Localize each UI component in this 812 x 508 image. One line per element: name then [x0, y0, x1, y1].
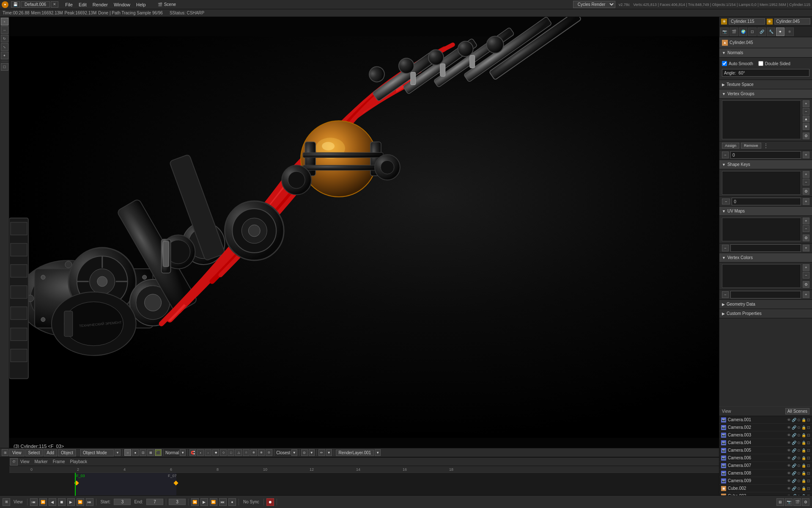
- shape-keys-list[interactable]: [722, 171, 801, 195]
- vertex-group-extra[interactable]: ⚙: [803, 133, 809, 139]
- tb-icon-10[interactable]: ⊙: [266, 449, 272, 456]
- viewport-icon[interactable]: ⊞: [2, 449, 8, 456]
- shape-key-add[interactable]: +: [803, 171, 809, 178]
- prop-icon-physics[interactable]: ⚛: [785, 28, 794, 36]
- tool-manipulate[interactable]: ☐: [1, 63, 8, 71]
- vc-remove[interactable]: −: [803, 272, 809, 279]
- timeline-body[interactable]: 0 2 4 6 8 10 12 14 16 18 F_03 F_07: [9, 466, 719, 496]
- prop-icon-constraints[interactable]: 🔗: [757, 28, 766, 36]
- start-frame-input[interactable]: [114, 499, 131, 505]
- save-button[interactable]: 💾: [11, 1, 20, 8]
- tool-cursor[interactable]: +: [1, 18, 8, 25]
- current-frame-input[interactable]: [169, 499, 186, 505]
- scene-item-cube002[interactable]: ▣ Cube.002 👁 🔗 ⊙ 🔒 ⊡: [719, 485, 812, 492]
- vertex-colors-list[interactable]: [722, 264, 801, 288]
- render-engine-selector[interactable]: Cycles Render: [573, 1, 615, 8]
- tool-rotate[interactable]: ↻: [1, 35, 8, 42]
- scene-item-camera006[interactable]: 📷 Camera.006 👁 🔗 ⊙ 🔒 ⊡: [719, 454, 812, 462]
- snap-btn[interactable]: 🧲: [189, 449, 196, 456]
- vertex-groups-section-header[interactable]: ▼ Vertex Groups: [719, 89, 812, 99]
- select-menu[interactable]: Select: [25, 449, 43, 456]
- mode-dropdown-icon[interactable]: ▼: [115, 449, 121, 456]
- vg-more[interactable]: ⋮: [763, 142, 769, 149]
- timeline-view-menu[interactable]: View: [18, 458, 32, 465]
- tool-translate[interactable]: ↔: [1, 26, 8, 34]
- pb-icon-3[interactable]: ▶: [200, 498, 208, 506]
- vertex-colors-section-header[interactable]: ▼ Vertex Colors: [719, 253, 812, 262]
- menu-window[interactable]: Window: [111, 1, 133, 8]
- prop-icon-scene[interactable]: 🎬: [730, 28, 738, 36]
- vertex-group-up[interactable]: ▲: [803, 116, 809, 122]
- double-sided-checkbox[interactable]: [758, 61, 763, 66]
- uv-value[interactable]: [730, 244, 801, 252]
- pb-jump-end[interactable]: ⏭: [86, 498, 93, 506]
- timeline-frame-menu[interactable]: Frame: [50, 458, 68, 465]
- scene-item-camera008[interactable]: 📷 Camera.008 👁 🔗 ⊙ 🔒 ⊡: [719, 469, 812, 477]
- timeline-marker-menu[interactable]: Marker: [32, 458, 50, 465]
- gpencil-mode[interactable]: ▼: [326, 449, 332, 456]
- tb-icon-3[interactable]: ◆: [212, 449, 219, 456]
- pb-play-reverse[interactable]: ◀: [49, 498, 56, 506]
- vp-btn-3[interactable]: ⊡: [140, 449, 146, 456]
- pb-icon-2[interactable]: ⏪: [191, 498, 199, 506]
- scene-item-camera007[interactable]: 📷 Camera.007 👁 🔗 ⊙ 🔒 ⊡: [719, 462, 812, 469]
- vc-plus[interactable]: +: [803, 291, 809, 298]
- end-frame-input[interactable]: [146, 499, 163, 505]
- prop-icon-world[interactable]: 🌍: [739, 28, 747, 36]
- scene-item-camera005[interactable]: 📷 Camera.005 👁 🔗 ⊙ 🔒 ⊡: [719, 447, 812, 454]
- vp-btn-2[interactable]: ●: [132, 449, 139, 456]
- tb-icon-6[interactable]: △: [235, 449, 242, 456]
- tb-icon-5[interactable]: □: [228, 449, 234, 456]
- pb-icon-4[interactable]: ⏩: [210, 498, 217, 506]
- vertex-group-down[interactable]: ▼: [803, 123, 809, 130]
- scene-item-camera009[interactable]: 📷 Camera.009 👁 🔗 ⊙ 🔒 ⊡: [719, 477, 812, 485]
- tb-icon-1[interactable]: ▪: [197, 449, 204, 456]
- prop-icon-modifiers[interactable]: 🔧: [767, 28, 775, 36]
- render-layer-selector[interactable]: RenderLayer.001: [336, 450, 374, 456]
- pb-prev-frame[interactable]: ⏪: [39, 498, 47, 506]
- scene-selector[interactable]: All Scenes: [785, 408, 809, 414]
- uv-maps-list[interactable]: [722, 218, 801, 241]
- render-layer-dropdown[interactable]: ▼: [375, 449, 381, 456]
- prop-icon-particles[interactable]: ✦: [776, 28, 785, 36]
- vg-btn-1[interactable]: Assign: [722, 143, 739, 149]
- gpencil-btn[interactable]: ✏: [318, 449, 325, 456]
- normal-dropdown[interactable]: ▼: [180, 449, 186, 456]
- scene-item-camera004[interactable]: 📷 Camera.004 👁 🔗 ⊙ 🔒 ⊡: [719, 439, 812, 447]
- normals-section-header[interactable]: ▼ Normals: [719, 48, 812, 58]
- pb-play[interactable]: ▶: [67, 498, 75, 506]
- timeline-playback-menu[interactable]: Playback: [68, 458, 90, 465]
- pb-right-4[interactable]: ⚙: [802, 498, 809, 506]
- viewport-3d[interactable]: ТЕХНИЧЕСКИЙ ЭРЕМЕНТ (3) Cylinder:115 <F_…: [9, 17, 719, 457]
- pb-stop[interactable]: ⏹: [58, 498, 66, 506]
- active-obj-2[interactable]: Cylinder.045: [774, 18, 811, 25]
- active-obj-1[interactable]: Cylinder.115: [729, 18, 765, 25]
- shape-key-remove[interactable]: −: [803, 179, 809, 185]
- custom-properties-section[interactable]: ▶ Custom Properties: [719, 309, 812, 318]
- draw-type-btn[interactable]: ○: [124, 449, 131, 456]
- tb-icon-9[interactable]: ⊗: [258, 449, 265, 456]
- view-menu[interactable]: View: [9, 449, 25, 456]
- tool-transform[interactable]: ✦: [1, 52, 8, 59]
- proportional-type[interactable]: ▼: [309, 449, 315, 456]
- vc-minus[interactable]: −: [722, 291, 729, 298]
- angle-field[interactable]: Angle: 60°: [722, 69, 809, 77]
- scene-item-cube003[interactable]: ▣ Cube.003 👁 🔗 ⊙ 🔒 ⊡: [719, 492, 812, 495]
- uv-map-remove[interactable]: −: [803, 225, 809, 232]
- tb-icon-4[interactable]: ◇: [220, 449, 227, 456]
- pb-jump-start[interactable]: ⏮: [30, 498, 38, 506]
- weight-add-btn[interactable]: +: [803, 152, 809, 158]
- uv-map-extra[interactable]: ⚙: [803, 235, 809, 241]
- vertex-group-add[interactable]: +: [803, 100, 809, 107]
- pb-right-2[interactable]: 📷: [785, 498, 793, 506]
- uv-map-add[interactable]: +: [803, 218, 809, 224]
- sk-btn-2[interactable]: +: [803, 198, 809, 205]
- pb-icon-5[interactable]: ⏭: [219, 498, 227, 506]
- vc-extra[interactable]: ⚙: [803, 281, 809, 288]
- pb-right-1[interactable]: ⊞: [776, 498, 784, 506]
- vertex-groups-list[interactable]: [722, 100, 801, 139]
- close-btn[interactable]: ✕: [51, 1, 58, 8]
- closest-dropdown[interactable]: ▼: [291, 449, 297, 456]
- texture-space-section[interactable]: ▶ Texture Space: [719, 80, 812, 89]
- auto-smooth-checkbox[interactable]: [722, 61, 727, 66]
